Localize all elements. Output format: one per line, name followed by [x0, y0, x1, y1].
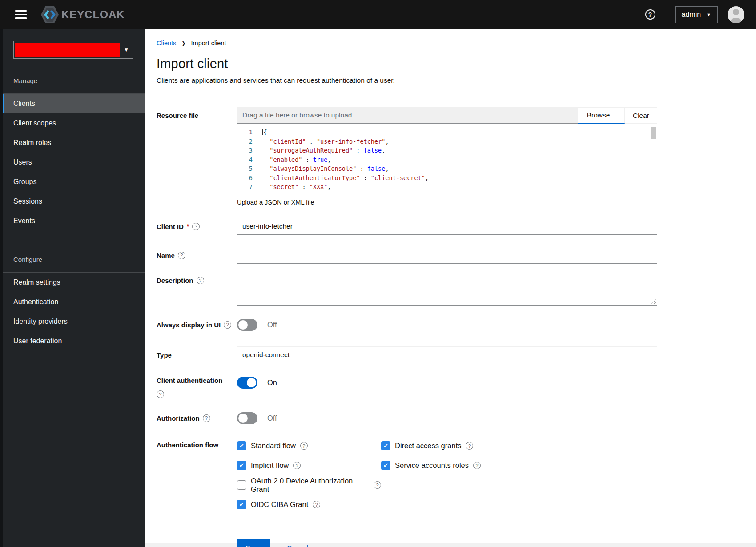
authorization-state: Off: [267, 414, 277, 422]
code-token: ,: [327, 183, 331, 190]
import-client-form: Resource file Drag a file here or browse…: [157, 107, 756, 547]
checkbox-item-implicit-flow[interactable]: ✔Implicit flow?: [237, 459, 381, 471]
cancel-link[interactable]: Cancel: [287, 544, 308, 547]
authorization-toggle[interactable]: [237, 412, 257, 424]
checkbox-checked-icon[interactable]: ✔: [381, 441, 390, 450]
authorization-label: Authorization: [157, 414, 200, 422]
sidebar-item-events[interactable]: Events: [3, 211, 145, 231]
masthead: KEYCLOAK ? admin ▼: [0, 0, 756, 29]
sidebar-item-realm-roles[interactable]: Realm roles: [3, 133, 145, 153]
sidebar-item-clients[interactable]: Clients: [3, 94, 145, 113]
help-icon[interactable]: ?: [192, 223, 200, 230]
client-auth-state: On: [267, 378, 277, 387]
help-icon[interactable]: ?: [313, 501, 320, 508]
checkbox-item-service-accounts-roles[interactable]: ✔Service accounts roles?: [381, 459, 481, 471]
code-token: false: [367, 165, 386, 172]
form-actions: Save Cancel: [237, 539, 756, 547]
sidebar-item-user-federation[interactable]: User federation: [3, 331, 145, 351]
browse-button[interactable]: Browse...: [578, 107, 625, 124]
code-text: "clientAuthenticatorType" : "client-secr…: [260, 173, 429, 183]
code-token: [262, 156, 269, 163]
user-menu-dropdown[interactable]: admin ▼: [675, 6, 718, 23]
checkbox-item-standard-flow[interactable]: ✔Standard flow?: [237, 440, 381, 452]
checkbox-unchecked-icon[interactable]: [237, 480, 246, 490]
clear-button[interactable]: Clear: [625, 107, 657, 124]
help-icon[interactable]: ?: [203, 414, 210, 422]
keycloak-hexagon-icon: [41, 6, 59, 24]
line-number: 4: [237, 155, 260, 165]
type-label: Type: [157, 351, 172, 359]
checkbox-item-direct-access-grants[interactable]: ✔Direct access grants?: [381, 440, 481, 452]
sidebar-item-realm-settings[interactable]: Realm settings: [3, 273, 145, 292]
client-id-input[interactable]: [237, 218, 657, 235]
brand-text: KEYCLOAK: [61, 8, 125, 21]
code-line: 1{: [237, 128, 657, 137]
code-text: "surrogateAuthRequired" : false,: [260, 146, 385, 155]
code-token: :: [360, 174, 370, 181]
file-upload-dropzone[interactable]: Drag a file here or browse to upload: [237, 107, 578, 124]
client-auth-toggle[interactable]: [237, 377, 257, 389]
authflow-col-2: ✔Direct access grants?✔Service accounts …: [381, 440, 481, 518]
sidebar-item-authentication[interactable]: Authentication: [3, 292, 145, 312]
code-line: 4 "enabled" : true,: [237, 155, 657, 165]
avatar[interactable]: [728, 6, 744, 23]
help-icon[interactable]: ?: [466, 442, 473, 450]
client-id-row: Client ID * ?: [157, 218, 756, 235]
help-icon[interactable]: ?: [473, 462, 481, 469]
help-icon[interactable]: ?: [197, 277, 204, 284]
always-display-toggle[interactable]: [237, 319, 257, 331]
help-icon[interactable]: ?: [374, 481, 381, 489]
description-textarea[interactable]: [237, 273, 657, 306]
name-row: Name ?: [157, 247, 756, 264]
code-token: {: [264, 129, 267, 136]
realm-selector-dropdown[interactable]: ▼: [13, 41, 133, 59]
main-content: Clients ❯ Import client Import client Cl…: [145, 29, 756, 547]
checkbox-checked-icon[interactable]: ✔: [237, 461, 246, 470]
code-token: "enabled": [269, 156, 302, 163]
nav-toggle-hamburger-icon[interactable]: [15, 10, 27, 19]
name-input[interactable]: [237, 247, 657, 264]
checkbox-item-oidc-ciba-grant[interactable]: ✔OIDC CIBA Grant?: [237, 499, 381, 511]
editor-scrollbar-thumb[interactable]: [651, 127, 656, 139]
help-icon[interactable]: ?: [157, 390, 164, 398]
line-number: 7: [237, 182, 260, 192]
checkbox-checked-icon[interactable]: ✔: [381, 461, 390, 470]
client-id-label: Client ID: [157, 223, 184, 230]
line-number: 2: [237, 137, 260, 146]
sidebar-item-groups[interactable]: Groups: [3, 172, 145, 192]
sidebar-item-users[interactable]: Users: [3, 153, 145, 172]
code-token: :: [298, 183, 309, 190]
checkbox-checked-icon[interactable]: ✔: [237, 441, 246, 450]
help-icon[interactable]: ?: [645, 9, 655, 20]
line-number: 6: [237, 173, 260, 183]
auth-flow-row: Authentication flow ✔Standard flow?✔Impl…: [157, 440, 756, 518]
code-token: "clientAuthenticatorType": [269, 174, 360, 181]
client-auth-label: Client authentication: [157, 377, 237, 384]
code-lines: 1{2 "clientId" : "user-info-fetcher",3 "…: [237, 128, 657, 192]
help-icon[interactable]: ?: [300, 442, 308, 450]
editor-scrollbar[interactable]: [651, 126, 656, 191]
code-token: :: [306, 138, 317, 145]
sidebar-item-identity-providers[interactable]: Identity providers: [3, 312, 145, 331]
help-icon[interactable]: ?: [224, 321, 231, 329]
code-token: ,: [382, 147, 385, 154]
code-token: :: [353, 147, 363, 154]
resource-file-row: Resource file Drag a file here or browse…: [157, 107, 756, 206]
sidebar-item-client-scopes[interactable]: Client scopes: [3, 113, 145, 133]
help-icon[interactable]: ?: [293, 462, 301, 469]
type-input[interactable]: [237, 346, 657, 363]
code-text: "enabled" : true,: [260, 155, 331, 165]
sidebar-item-sessions[interactable]: Sessions: [3, 192, 145, 211]
chevron-down-icon: ▼: [706, 12, 711, 17]
help-icon[interactable]: ?: [178, 252, 185, 259]
json-code-editor[interactable]: 1{2 "clientId" : "user-info-fetcher",3 "…: [237, 125, 657, 192]
user-menu-label: admin: [682, 11, 701, 19]
code-text: "alwaysDisplayInConsole" : false,: [260, 164, 389, 173]
save-button[interactable]: Save: [237, 539, 270, 547]
code-line: 5 "alwaysDisplayInConsole" : false,: [237, 164, 657, 173]
checkbox-item-oauth-2-0-device-authorization-grant[interactable]: OAuth 2.0 Device Authorization Grant?: [237, 479, 381, 491]
resize-handle[interactable]: [651, 299, 656, 304]
checkbox-checked-icon[interactable]: ✔: [237, 500, 246, 509]
upload-help-text: Upload a JSON or XML file: [237, 199, 657, 206]
breadcrumb-clients-link[interactable]: Clients: [157, 40, 176, 47]
